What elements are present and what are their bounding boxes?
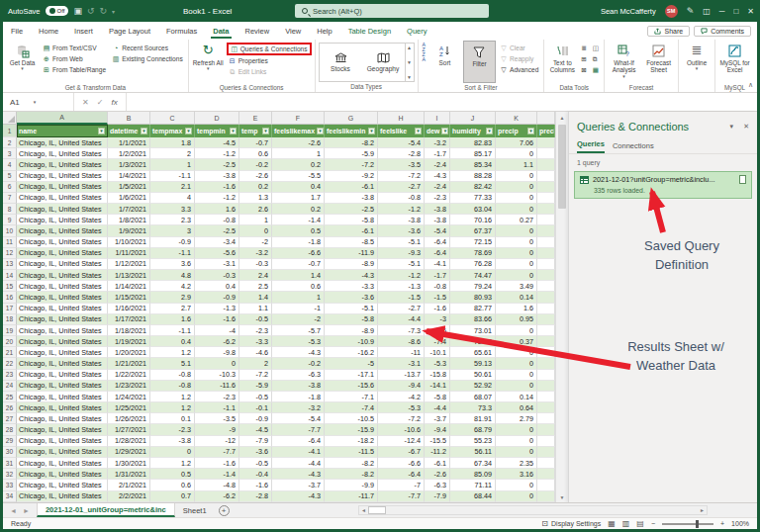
table-cell[interactable]: -1.6 [195, 182, 239, 193]
tab-review[interactable]: Review [238, 22, 278, 40]
table-cell[interactable] [537, 469, 555, 480]
tab-home[interactable]: Home [31, 22, 66, 40]
stocks-button[interactable]: Stocks [320, 44, 362, 81]
table-cell[interactable]: -0.4 [239, 469, 272, 480]
table-cell[interactable]: 3.6 [150, 259, 195, 270]
table-cell[interactable]: -1.3 [378, 281, 425, 292]
table-cell[interactable]: -0.3 [195, 270, 239, 281]
table-cell[interactable]: 0 [496, 424, 537, 435]
share-button[interactable]: Share [647, 26, 690, 37]
remove-duplicates-icon[interactable]: ⊞ [579, 53, 589, 64]
table-cell[interactable]: -6.4 [425, 237, 450, 248]
table-cell[interactable]: 2.79 [496, 413, 537, 424]
table-cell[interactable]: Chicago, IL, United States [17, 447, 108, 458]
table-cell[interactable]: 0.5 [272, 225, 325, 236]
table-cell[interactable]: -2.5 [195, 225, 239, 236]
table-cell[interactable]: 2.9 [150, 292, 195, 303]
table-cell[interactable]: 1.6 [496, 304, 537, 314]
row-number[interactable]: 20 [3, 336, 17, 347]
table-cell[interactable]: 65.61 [450, 347, 496, 358]
zoom-in-icon[interactable]: + [720, 520, 724, 527]
get-data-button[interactable]: Get Data▾ [6, 41, 39, 83]
table-cell[interactable]: -6.5 [425, 325, 450, 336]
table-cell[interactable]: -15.9 [325, 424, 378, 435]
table-cell[interactable]: -8.2 [325, 469, 378, 480]
table-cell[interactable]: -10.5 [325, 413, 378, 424]
table-cell[interactable]: Chicago, IL, United States [17, 148, 108, 159]
table-cell[interactable] [537, 458, 555, 469]
table-cell[interactable]: Chicago, IL, United States [17, 370, 108, 381]
table-cell[interactable]: 1/1/2021 [108, 137, 150, 148]
table-cell[interactable]: -3.8 [425, 204, 450, 215]
table-cell[interactable]: -7.7 [378, 491, 425, 502]
table-cell[interactable]: -3.6 [325, 292, 378, 303]
table-cell[interactable]: -1.1 [150, 171, 195, 182]
table-cell[interactable]: Chicago, IL, United States [17, 325, 108, 336]
row-number[interactable]: 8 [3, 204, 17, 215]
table-cell[interactable]: -18.2 [325, 436, 378, 447]
table-cell[interactable]: 1/13/2021 [108, 270, 150, 281]
ribbon-display-options-icon[interactable]: ◫ [703, 7, 711, 16]
table-header-cell[interactable]: precip▼ [496, 125, 537, 137]
table-cell[interactable]: 1/3/2021 [108, 159, 150, 170]
table-cell[interactable]: -8.6 [378, 336, 425, 347]
clear-filter-button[interactable]: ▽Clear [498, 43, 540, 53]
table-cell[interactable]: Chicago, IL, United States [17, 204, 108, 215]
table-cell[interactable]: 1/8/2021 [108, 215, 150, 225]
table-cell[interactable]: 68.44 [450, 491, 496, 502]
table-cell[interactable] [537, 314, 555, 325]
table-cell[interactable]: -1.6 [239, 480, 272, 490]
table-cell[interactable] [537, 325, 555, 336]
table-cell[interactable]: -2.4 [425, 182, 450, 193]
pen-mode-icon[interactable]: ✎ [687, 6, 695, 16]
table-cell[interactable]: -8.2 [325, 458, 378, 469]
table-cell[interactable]: 1/4/2021 [108, 171, 150, 182]
table-cell[interactable]: -0.8 [425, 281, 450, 292]
table-cell[interactable]: -2.3 [195, 392, 239, 402]
table-cell[interactable]: 1/30/2021 [108, 458, 150, 469]
from-web-button[interactable]: ⊕From Web [41, 53, 108, 64]
table-cell[interactable]: 1.1 [239, 304, 272, 314]
outline-button[interactable]: ≣ Outline▾ [682, 41, 712, 83]
row-number[interactable]: 4 [3, 159, 17, 170]
hscroll-thumb[interactable] [368, 506, 386, 514]
table-cell[interactable]: -0.1 [239, 402, 272, 413]
table-cell[interactable]: Chicago, IL, United States [17, 413, 108, 424]
table-cell[interactable]: 82.83 [450, 137, 496, 148]
table-cell[interactable]: 0 [496, 491, 537, 502]
table-cell[interactable] [537, 413, 555, 424]
table-cell[interactable] [537, 304, 555, 314]
scrollbar-thumb[interactable] [558, 125, 566, 209]
table-cell[interactable]: 0 [496, 480, 537, 490]
table-cell[interactable]: Chicago, IL, United States [17, 314, 108, 325]
table-cell[interactable]: Chicago, IL, United States [17, 225, 108, 236]
table-cell[interactable]: -7.7 [195, 447, 239, 458]
table-cell[interactable]: -2.6 [272, 137, 325, 148]
row-number[interactable]: 12 [3, 248, 17, 259]
vertical-scrollbar[interactable]: ▲ ▼ [555, 112, 568, 502]
table-cell[interactable]: 85.09 [450, 469, 496, 480]
table-cell[interactable]: -0.8 [150, 370, 195, 381]
table-cell[interactable]: 0.14 [496, 392, 537, 402]
table-cell[interactable]: -4.4 [272, 458, 325, 469]
table-cell[interactable]: 74.47 [450, 270, 496, 281]
zoom-slider[interactable] [662, 523, 713, 525]
column-letter[interactable]: D [195, 112, 239, 125]
table-cell[interactable]: -7.2 [239, 370, 272, 381]
column-letter[interactable]: K [496, 112, 537, 125]
table-cell[interactable]: -6.4 [378, 469, 425, 480]
table-cell[interactable]: 1.1 [496, 159, 537, 170]
table-cell[interactable]: -5.1 [325, 304, 378, 314]
comments-button[interactable]: Comments [694, 26, 751, 37]
table-cell[interactable] [537, 281, 555, 292]
table-cell[interactable]: 88.28 [450, 171, 496, 182]
table-cell[interactable]: 2.7 [150, 304, 195, 314]
table-cell[interactable]: 4 [150, 193, 195, 204]
display-settings-button[interactable]: ⊡Display Settings [541, 519, 601, 528]
table-cell[interactable]: -2.6 [425, 469, 450, 480]
table-cell[interactable]: -3 [425, 314, 450, 325]
table-cell[interactable]: 1 [239, 215, 272, 225]
table-cell[interactable] [537, 424, 555, 435]
table-cell[interactable]: Chicago, IL, United States [17, 159, 108, 170]
table-cell[interactable]: 2/2/2021 [108, 491, 150, 502]
